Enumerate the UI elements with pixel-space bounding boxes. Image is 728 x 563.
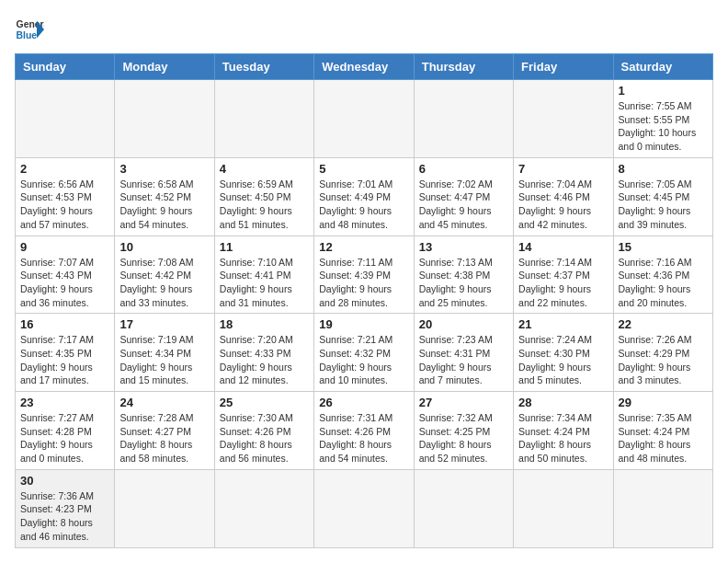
- day-info: Sunrise: 6:56 AM Sunset: 4:53 PM Dayligh…: [20, 178, 109, 232]
- day-info: Sunrise: 6:59 AM Sunset: 4:50 PM Dayligh…: [220, 178, 309, 232]
- day-info: Sunrise: 7:08 AM Sunset: 4:42 PM Dayligh…: [119, 256, 209, 310]
- day-number: 9: [20, 240, 109, 254]
- day-number: 8: [619, 162, 708, 176]
- day-number: 12: [319, 240, 408, 254]
- calendar-cell: [16, 80, 115, 158]
- calendar-cell: 26Sunrise: 7:31 AM Sunset: 4:26 PM Dayli…: [314, 392, 414, 470]
- day-info: Sunrise: 7:04 AM Sunset: 4:46 PM Dayligh…: [518, 178, 608, 232]
- day-number: 17: [119, 317, 209, 331]
- logo-icon: General Blue: [15, 15, 44, 44]
- day-info: Sunrise: 7:34 AM Sunset: 4:24 PM Dayligh…: [518, 411, 608, 465]
- calendar-cell: [115, 80, 214, 158]
- day-info: Sunrise: 7:01 AM Sunset: 4:49 PM Dayligh…: [319, 178, 408, 232]
- logo: General Blue: [15, 15, 44, 44]
- weekday-thursday: Thursday: [414, 54, 513, 80]
- weekday-header-row: SundayMondayTuesdayWednesdayThursdayFrid…: [16, 54, 713, 80]
- calendar-cell: [514, 80, 613, 158]
- calendar-cell: [414, 80, 513, 158]
- weekday-sunday: Sunday: [16, 54, 115, 80]
- day-number: 19: [319, 317, 408, 331]
- weekday-friday: Friday: [514, 54, 613, 80]
- weekday-saturday: Saturday: [613, 54, 712, 80]
- day-number: 20: [419, 317, 508, 331]
- day-number: 14: [518, 240, 608, 254]
- calendar-cell: [214, 469, 313, 547]
- calendar-cell: [514, 469, 613, 547]
- week-row-4: 23Sunrise: 7:27 AM Sunset: 4:28 PM Dayli…: [16, 392, 713, 470]
- day-info: Sunrise: 7:36 AM Sunset: 4:23 PM Dayligh…: [20, 489, 109, 544]
- day-info: Sunrise: 7:13 AM Sunset: 4:38 PM Dayligh…: [419, 256, 508, 310]
- calendar-cell: 8Sunrise: 7:05 AM Sunset: 4:45 PM Daylig…: [613, 157, 712, 236]
- calendar-cell: 3Sunrise: 6:58 AM Sunset: 4:52 PM Daylig…: [115, 157, 214, 236]
- day-number: 11: [220, 240, 309, 254]
- day-number: 1: [619, 84, 708, 98]
- day-number: 4: [220, 162, 309, 176]
- day-info: Sunrise: 7:16 AM Sunset: 4:36 PM Dayligh…: [619, 256, 708, 310]
- day-number: 26: [319, 396, 408, 409]
- calendar-cell: 30Sunrise: 7:36 AM Sunset: 4:23 PM Dayli…: [16, 469, 115, 547]
- day-info: Sunrise: 7:19 AM Sunset: 4:34 PM Dayligh…: [119, 333, 209, 387]
- calendar-cell: 7Sunrise: 7:04 AM Sunset: 4:46 PM Daylig…: [514, 157, 613, 236]
- day-number: 22: [619, 317, 708, 331]
- day-number: 25: [220, 396, 309, 409]
- header: General Blue: [15, 15, 713, 44]
- calendar-cell: 20Sunrise: 7:23 AM Sunset: 4:31 PM Dayli…: [414, 314, 513, 392]
- day-number: 28: [518, 396, 608, 409]
- calendar-cell: 23Sunrise: 7:27 AM Sunset: 4:28 PM Dayli…: [16, 392, 115, 470]
- day-info: Sunrise: 7:10 AM Sunset: 4:41 PM Dayligh…: [220, 256, 309, 310]
- day-number: 13: [419, 240, 508, 254]
- day-info: Sunrise: 7:35 AM Sunset: 4:24 PM Dayligh…: [619, 411, 708, 465]
- calendar-cell: 2Sunrise: 6:56 AM Sunset: 4:53 PM Daylig…: [16, 157, 115, 236]
- day-info: Sunrise: 7:02 AM Sunset: 4:47 PM Dayligh…: [419, 178, 508, 232]
- day-info: Sunrise: 7:26 AM Sunset: 4:29 PM Dayligh…: [619, 333, 708, 387]
- calendar-cell: 6Sunrise: 7:02 AM Sunset: 4:47 PM Daylig…: [414, 157, 513, 236]
- calendar-cell: 11Sunrise: 7:10 AM Sunset: 4:41 PM Dayli…: [214, 236, 313, 314]
- calendar-cell: [214, 80, 313, 158]
- day-info: Sunrise: 7:20 AM Sunset: 4:33 PM Dayligh…: [220, 333, 309, 387]
- calendar-cell: [314, 469, 414, 547]
- calendar-cell: 28Sunrise: 7:34 AM Sunset: 4:24 PM Dayli…: [514, 392, 613, 470]
- day-number: 30: [20, 474, 109, 488]
- day-number: 7: [518, 162, 608, 176]
- calendar-cell: 25Sunrise: 7:30 AM Sunset: 4:26 PM Dayli…: [214, 392, 313, 470]
- calendar-cell: 29Sunrise: 7:35 AM Sunset: 4:24 PM Dayli…: [613, 392, 712, 470]
- calendar-cell: 16Sunrise: 7:17 AM Sunset: 4:35 PM Dayli…: [16, 314, 115, 392]
- calendar-cell: 10Sunrise: 7:08 AM Sunset: 4:42 PM Dayli…: [115, 236, 214, 314]
- day-info: Sunrise: 6:58 AM Sunset: 4:52 PM Dayligh…: [119, 178, 209, 232]
- day-info: Sunrise: 7:21 AM Sunset: 4:32 PM Dayligh…: [319, 333, 408, 387]
- day-number: 15: [619, 240, 708, 254]
- day-info: Sunrise: 7:05 AM Sunset: 4:45 PM Dayligh…: [619, 178, 708, 232]
- day-info: Sunrise: 7:23 AM Sunset: 4:31 PM Dayligh…: [419, 333, 508, 387]
- calendar-cell: 1Sunrise: 7:55 AM Sunset: 5:55 PM Daylig…: [613, 80, 712, 158]
- day-number: 5: [319, 162, 408, 176]
- calendar-cell: 17Sunrise: 7:19 AM Sunset: 4:34 PM Dayli…: [115, 314, 214, 392]
- calendar-cell: 22Sunrise: 7:26 AM Sunset: 4:29 PM Dayli…: [613, 314, 712, 392]
- calendar-cell: [314, 80, 414, 158]
- calendar-cell: 15Sunrise: 7:16 AM Sunset: 4:36 PM Dayli…: [613, 236, 712, 314]
- day-number: 3: [119, 162, 209, 176]
- calendar-cell: 13Sunrise: 7:13 AM Sunset: 4:38 PM Dayli…: [414, 236, 513, 314]
- calendar-cell: 24Sunrise: 7:28 AM Sunset: 4:27 PM Dayli…: [115, 392, 214, 470]
- day-info: Sunrise: 7:31 AM Sunset: 4:26 PM Dayligh…: [319, 411, 408, 465]
- day-info: Sunrise: 7:17 AM Sunset: 4:35 PM Dayligh…: [20, 333, 109, 387]
- day-info: Sunrise: 7:28 AM Sunset: 4:27 PM Dayligh…: [119, 411, 209, 465]
- weekday-tuesday: Tuesday: [214, 54, 313, 80]
- day-info: Sunrise: 7:55 AM Sunset: 5:55 PM Dayligh…: [619, 99, 708, 154]
- calendar: SundayMondayTuesdayWednesdayThursdayFrid…: [15, 53, 713, 548]
- day-number: 23: [20, 396, 109, 409]
- weekday-wednesday: Wednesday: [314, 54, 414, 80]
- calendar-cell: 14Sunrise: 7:14 AM Sunset: 4:37 PM Dayli…: [514, 236, 613, 314]
- week-row-5: 30Sunrise: 7:36 AM Sunset: 4:23 PM Dayli…: [16, 469, 713, 547]
- calendar-cell: 18Sunrise: 7:20 AM Sunset: 4:33 PM Dayli…: [214, 314, 313, 392]
- calendar-cell: 27Sunrise: 7:32 AM Sunset: 4:25 PM Dayli…: [414, 392, 513, 470]
- day-info: Sunrise: 7:27 AM Sunset: 4:28 PM Dayligh…: [20, 411, 109, 465]
- calendar-cell: 19Sunrise: 7:21 AM Sunset: 4:32 PM Dayli…: [314, 314, 414, 392]
- calendar-cell: 5Sunrise: 7:01 AM Sunset: 4:49 PM Daylig…: [314, 157, 414, 236]
- day-info: Sunrise: 7:30 AM Sunset: 4:26 PM Dayligh…: [220, 411, 309, 465]
- day-number: 6: [419, 162, 508, 176]
- svg-text:Blue: Blue: [17, 30, 38, 40]
- day-number: 16: [20, 317, 109, 331]
- day-number: 29: [619, 396, 708, 409]
- day-info: Sunrise: 7:24 AM Sunset: 4:30 PM Dayligh…: [518, 333, 608, 387]
- week-row-2: 9Sunrise: 7:07 AM Sunset: 4:43 PM Daylig…: [16, 236, 713, 314]
